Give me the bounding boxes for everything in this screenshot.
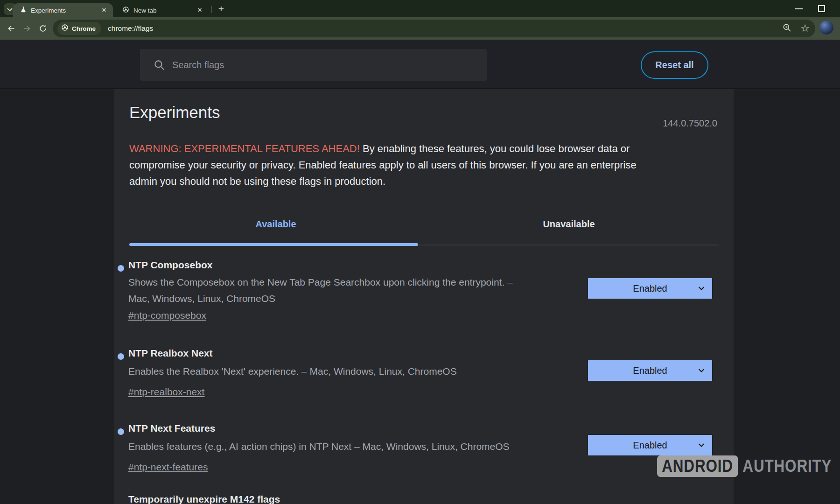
watermark-name: AUTHORITY (742, 456, 832, 476)
search-input[interactable] (172, 60, 487, 70)
window-minimize-button[interactable] (795, 8, 803, 9)
browser-toolbar: Chrome chrome://flags ☆ (0, 17, 840, 40)
new-tab-button[interactable]: + (215, 3, 227, 15)
warning-highlight: WARNING: EXPERIMENTAL FEATURES AHEAD! (129, 143, 360, 154)
selected-tab-indicator (129, 243, 418, 246)
reload-icon[interactable] (38, 24, 48, 33)
page-body: Experiments 144.0.7502.0 WARNING: EXPERI… (0, 89, 840, 504)
tab-unavailable[interactable]: Unavailable (422, 219, 715, 230)
flag-description: Enables the Realbox 'Next' experience. –… (128, 363, 457, 379)
flag-permalink[interactable]: #ntp-realbox-next (128, 386, 204, 398)
url-text[interactable]: chrome://flags (108, 24, 153, 33)
profile-avatar[interactable] (819, 21, 833, 35)
tab-close-icon[interactable]: ✕ (100, 6, 108, 14)
chevron-down-icon (698, 286, 705, 291)
flag-permalink[interactable]: #ntp-next-features (128, 462, 208, 473)
flags-content-column: Experiments 144.0.7502.0 WARNING: EXPERI… (114, 89, 734, 504)
tab-experiments[interactable]: Experiments ✕ (13, 3, 113, 17)
tab-title: New tab (133, 7, 196, 14)
flags-page-header: Reset all (0, 40, 840, 89)
flag-name: NTP Realbox Next (128, 348, 213, 359)
flask-favicon-icon (20, 6, 27, 14)
flag-enabled-dot (118, 265, 124, 272)
experimental-warning: WARNING: EXPERIMENTAL FEATURES AHEAD! By… (129, 140, 734, 189)
flag-state-select[interactable]: Enabled (588, 278, 713, 299)
android-authority-watermark: ANDROID AUTHORITY (657, 455, 832, 477)
chrome-page-chip[interactable]: Chrome (57, 22, 101, 35)
chrome-logo-icon (61, 24, 69, 33)
search-icon (153, 59, 165, 71)
page-title: Experiments (129, 103, 220, 122)
flag-state-value: Enabled (633, 440, 667, 451)
flag-enabled-dot (118, 428, 124, 435)
back-icon[interactable] (7, 24, 16, 33)
window-maximize-button[interactable] (818, 5, 825, 12)
omnibox[interactable]: Chrome chrome://flags ☆ (53, 20, 815, 37)
zoom-icon[interactable] (782, 23, 792, 35)
flag-name: Temporarily unexpire M142 flags (128, 494, 280, 504)
flag-enabled-dot (118, 353, 124, 360)
flag-permalink[interactable]: #ntp-composebox (128, 310, 206, 321)
tab-available[interactable]: Available (129, 219, 422, 230)
bookmark-star-icon[interactable]: ☆ (800, 23, 810, 34)
forward-icon[interactable] (22, 24, 32, 33)
flag-description: Shows the Composebox on the New Tab Page… (128, 274, 513, 307)
tab-strip: Experiments ✕ New tab ✕ + (0, 0, 840, 17)
chevron-down-icon (698, 368, 705, 373)
watermark-badge: ANDROID (657, 455, 738, 477)
chevron-down-icon (7, 5, 13, 14)
chevron-down-icon (698, 443, 705, 448)
tab-new-tab[interactable]: New tab ✕ (115, 3, 209, 17)
chrome-favicon-icon (122, 6, 129, 15)
chip-label: Chrome (72, 25, 96, 32)
search-flags-box[interactable] (140, 49, 487, 81)
flag-state-value: Enabled (633, 365, 667, 376)
reset-all-button[interactable]: Reset all (641, 51, 708, 79)
flag-name: NTP Composebox (128, 259, 212, 271)
flag-description: Enables features (e.g., AI action chips)… (128, 438, 510, 455)
flag-state-select[interactable]: Enabled (588, 360, 713, 381)
browser-window: Experiments ✕ New tab ✕ + (0, 0, 840, 504)
tab-close-icon[interactable]: ✕ (196, 6, 204, 14)
chrome-version: 144.0.7502.0 (663, 118, 717, 129)
tab-title: Experiments (31, 7, 100, 14)
flag-state-select[interactable]: Enabled (588, 434, 713, 456)
flag-name: NTP Next Features (128, 423, 215, 434)
tab-divider (211, 6, 212, 13)
flag-state-value: Enabled (633, 283, 667, 294)
